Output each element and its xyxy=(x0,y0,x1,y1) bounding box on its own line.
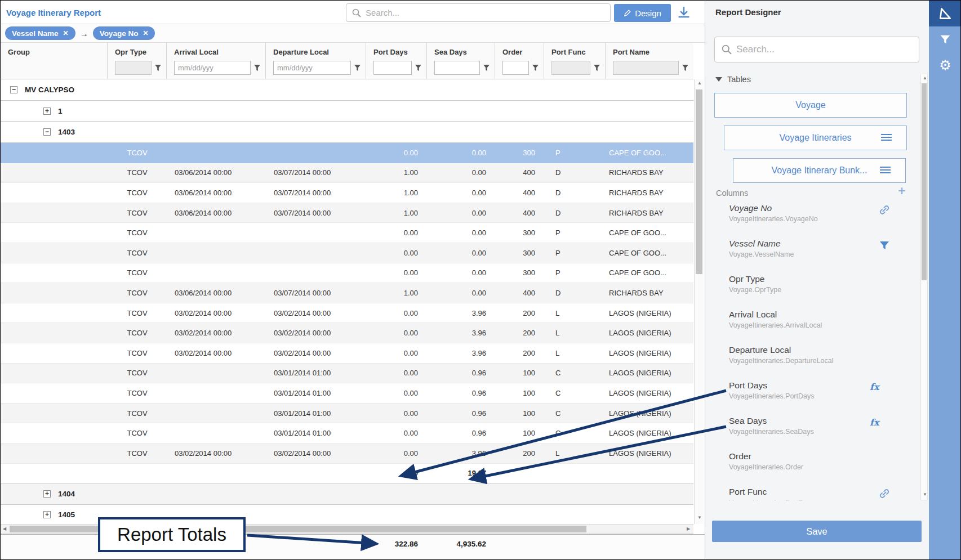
column-item-vessel-name[interactable]: Vessel Name Voyage.VesselName xyxy=(729,239,919,258)
table-row[interactable]: TCOV03/06/2014 00:0003/07/2014 00:001.00… xyxy=(1,183,693,203)
expand-icon[interactable]: + xyxy=(43,107,51,115)
collapse-icon[interactable]: − xyxy=(10,86,17,93)
scroll-down-icon[interactable]: ▼ xyxy=(697,516,702,520)
column-header-opr_type[interactable]: Opr Type xyxy=(108,43,167,79)
filter-input-port_func[interactable] xyxy=(551,61,590,75)
column-item-port-func[interactable]: Port Func VoyageItineraries.PortFunc xyxy=(729,487,919,500)
table-row[interactable]: TCOV03/06/2014 00:0003/07/2014 00:001.00… xyxy=(1,163,693,183)
collapse-icon[interactable]: − xyxy=(43,128,51,136)
table-row[interactable]: TCOV0.000.00300PCAPE OF GOO... xyxy=(1,143,693,163)
group-row-mv-calypso[interactable]: −MV CALYPSO xyxy=(1,79,693,101)
funnel-icon[interactable] xyxy=(154,64,162,71)
column-header-port_name[interactable]: Port Name xyxy=(606,43,693,79)
funnel-icon[interactable] xyxy=(682,64,689,71)
column-header-sea_days[interactable]: Sea Days xyxy=(427,43,495,79)
filter-input-arrival[interactable] xyxy=(174,61,251,75)
column-header-order[interactable]: Order xyxy=(495,43,544,79)
horizontal-scroll-thumb[interactable] xyxy=(10,526,586,532)
expand-icon[interactable]: + xyxy=(43,490,51,498)
design-button[interactable]: Design xyxy=(614,4,671,22)
save-button[interactable]: Save xyxy=(712,521,922,542)
column-item-voyage-no[interactable]: Voyage No VoyageItineraries.VoyageNo xyxy=(729,203,919,223)
table-row[interactable]: TCOV03/01/2014 01:000.000.96100CLAGOS (N… xyxy=(1,423,693,443)
funnel-icon xyxy=(939,33,951,46)
funnel-icon[interactable] xyxy=(253,64,261,71)
column-item-order[interactable]: Order VoyageItineraries.Order xyxy=(729,451,919,471)
panel-scroll-thumb[interactable] xyxy=(922,83,927,280)
table-row[interactable]: TCOV03/02/2014 00:0003/02/2014 00:000.00… xyxy=(1,303,693,324)
link-icon[interactable] xyxy=(879,204,890,216)
cell-departure: 03/07/2014 00:00 xyxy=(266,183,366,203)
column-header-departure[interactable]: Departure Local xyxy=(266,43,366,79)
table-row[interactable]: TCOV03/02/2014 00:0003/02/2014 00:000.00… xyxy=(1,343,693,364)
close-icon[interactable]: ✕ xyxy=(63,29,69,37)
funnel-icon[interactable] xyxy=(415,64,422,71)
settings-button[interactable]: ⚙ xyxy=(929,52,961,78)
column-item-arrival-local[interactable]: Arrival Local VoyageItineraries.ArrivalL… xyxy=(729,310,919,329)
table-item-voyage-itinerary-bunk-[interactable]: Voyage Itinerary Bunk... xyxy=(733,158,906,183)
funnel-icon[interactable] xyxy=(879,240,890,251)
design-mode-button[interactable] xyxy=(929,1,961,26)
funnel-icon[interactable] xyxy=(483,64,490,71)
funnel-icon[interactable] xyxy=(532,64,539,71)
table-row[interactable]: TCOV0.000.00300PCAPE OF GOO... xyxy=(1,243,693,263)
scroll-down-icon[interactable]: ▼ xyxy=(923,492,927,497)
table-row[interactable]: TCOV0.000.00300PCAPE OF GOO... xyxy=(1,223,693,243)
group-row-1403[interactable]: −1403 xyxy=(1,122,693,143)
menu-icon[interactable] xyxy=(881,134,892,142)
cell-order: 400 xyxy=(495,283,544,303)
group-chip-voyage-no[interactable]: Voyage No✕ xyxy=(93,26,155,40)
add-column-icon[interactable]: + xyxy=(898,183,906,199)
filter-input-opr_type[interactable] xyxy=(115,61,152,75)
filter-input-departure[interactable] xyxy=(273,61,351,75)
group-row-1[interactable]: +1 xyxy=(1,101,693,122)
filter-input-order[interactable] xyxy=(502,61,529,75)
column-item-opr-type[interactable]: Opr Type Voyage.OprType xyxy=(729,274,919,294)
group-row-1404[interactable]: +1404 xyxy=(1,483,693,505)
main-search-input[interactable] xyxy=(366,8,604,17)
column-item-departure-local[interactable]: Departure Local VoyageItineraries.Depart… xyxy=(729,345,919,365)
expand-icon[interactable]: + xyxy=(43,511,51,518)
scroll-up-icon[interactable]: ▲ xyxy=(923,76,927,80)
column-header-arrival[interactable]: Arrival Local xyxy=(167,43,266,79)
tables-section-toggle[interactable]: Tables xyxy=(715,75,751,84)
table-row[interactable]: TCOV03/01/2014 01:000.000.96100CLAGOS (N… xyxy=(1,364,693,384)
column-item-port-days[interactable]: Port Days VoyageItineraries.PortDaysfx xyxy=(729,380,919,400)
panel-search[interactable] xyxy=(714,37,919,62)
scroll-left-icon[interactable]: ◀ xyxy=(3,527,6,531)
table-row[interactable]: TCOV03/06/2014 00:0003/07/2014 00:001.00… xyxy=(1,283,693,303)
filter-input-port_name[interactable] xyxy=(613,61,679,75)
filter-input-sea_days[interactable] xyxy=(434,61,480,75)
funnel-icon[interactable] xyxy=(354,64,361,71)
table-row[interactable]: TCOV03/06/2014 00:0003/07/2014 00:001.00… xyxy=(1,203,693,223)
table-row[interactable]: TCOV03/02/2014 00:0003/02/2014 00:000.00… xyxy=(1,443,693,464)
group-chip-vessel-name[interactable]: Vessel Name✕ xyxy=(5,26,75,40)
funnel-icon[interactable] xyxy=(593,64,600,71)
menu-icon[interactable] xyxy=(880,167,891,175)
panel-scrollbar[interactable]: ▲ ▼ xyxy=(920,74,928,500)
table-row[interactable]: TCOV03/01/2014 01:000.000.96100CLAGOS (N… xyxy=(1,383,693,404)
vertical-scrollbar[interactable]: ▲ ▼ xyxy=(694,79,704,524)
scroll-up-icon[interactable]: ▲ xyxy=(697,81,702,86)
filter-panel-button[interactable] xyxy=(929,26,961,52)
vertical-scroll-thumb[interactable] xyxy=(696,89,702,274)
formula-icon[interactable]: fx xyxy=(870,382,881,393)
panel-search-input[interactable] xyxy=(736,44,912,55)
column-header-port_func[interactable]: Port Func xyxy=(544,43,606,79)
cell-port_func: D xyxy=(544,283,606,303)
table-row[interactable]: TCOV03/02/2014 00:0003/02/2014 00:000.00… xyxy=(1,323,693,343)
filter-input-port_days[interactable] xyxy=(373,61,412,75)
table-item-voyage[interactable]: Voyage xyxy=(714,93,907,118)
close-icon[interactable]: ✕ xyxy=(143,29,148,37)
download-icon[interactable] xyxy=(675,6,692,20)
column-header-port_days[interactable]: Port Days xyxy=(366,43,427,79)
column-header-group[interactable]: Group xyxy=(1,43,108,79)
main-search[interactable] xyxy=(346,3,611,22)
table-row[interactable]: TCOV03/01/2014 01:000.000.96100CLAGOS (N… xyxy=(1,404,693,424)
link-icon[interactable] xyxy=(879,488,890,499)
formula-icon[interactable]: fx xyxy=(870,417,881,428)
scroll-right-icon[interactable]: ▶ xyxy=(687,527,690,531)
table-row[interactable]: TCOV0.000.00300PCAPE OF GOO... xyxy=(1,263,693,284)
table-item-voyage-itineraries[interactable]: Voyage Itineraries xyxy=(724,126,907,150)
column-item-sea-days[interactable]: Sea Days VoyageItineraries.SeaDaysfx xyxy=(729,416,919,436)
